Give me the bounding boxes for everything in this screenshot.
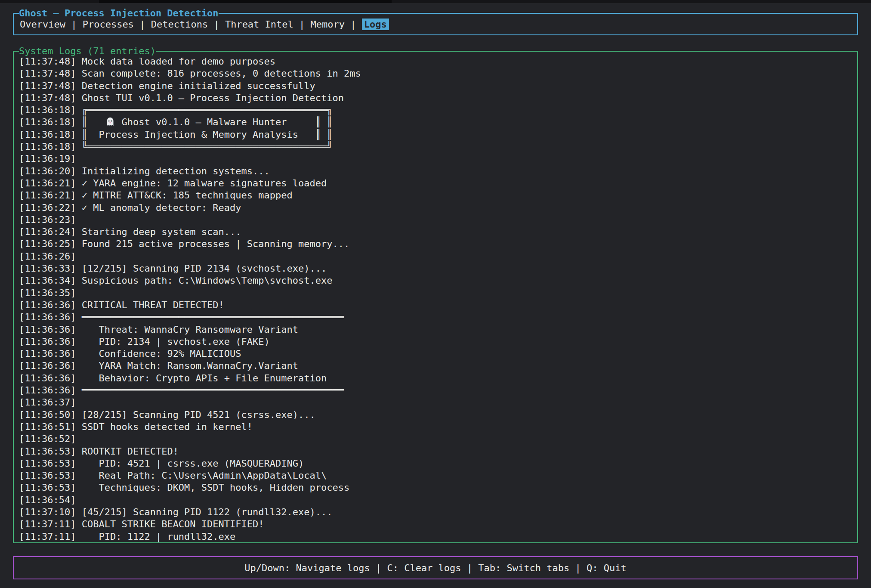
- log-timestamp: [11:36:53]: [19, 446, 82, 457]
- log-message: Behavior: Crypto APIs + File Enumeration: [82, 373, 327, 384]
- log-message: ROOTKIT DETECTED!: [82, 446, 179, 457]
- log-timestamp: [11:36:51]: [19, 421, 82, 432]
- log-timestamp: [11:36:18]: [19, 129, 82, 140]
- log-lines: [11:37:48] Mock data loaded for demo pur…: [14, 52, 857, 543]
- tab-separator: |: [134, 19, 151, 30]
- tab-memory[interactable]: Memory: [311, 19, 345, 30]
- log-entry: [11:36:22] ✓ ML anomaly detector: Ready: [19, 202, 857, 214]
- log-entry: [11:36:21] ✓ YARA engine: 12 malware sig…: [19, 177, 857, 189]
- log-message: Starting deep system scan...: [82, 226, 241, 237]
- log-timestamp: [11:36:34]: [19, 275, 82, 286]
- log-entry: [11:36:37]: [19, 396, 857, 409]
- log-message: Scan complete: 816 processes, 0 detectio…: [82, 68, 361, 79]
- log-message: YARA Match: Ransom.WannaCry.Variant: [82, 360, 298, 371]
- log-entry: [11:36:36] YARA Match: Ransom.WannaCry.V…: [19, 360, 857, 372]
- log-timestamp: [11:36:52]: [19, 433, 82, 444]
- screen-notch: [99, 0, 392, 3]
- log-entry: [11:36:52]: [19, 433, 857, 445]
- log-message: Ghost TUI v0.1.0 — Process Injection Det…: [82, 93, 344, 103]
- log-entry: [11:36:36] ═════════════════════════════…: [19, 311, 857, 323]
- tab-processes[interactable]: Processes: [83, 19, 134, 30]
- log-message: Suspicious path: C:\Windows\Temp\svchost…: [82, 275, 333, 286]
- log-timestamp: [11:36:36]: [19, 312, 82, 322]
- log-timestamp: [11:36:18]: [19, 105, 82, 115]
- log-timestamp: [11:36:36]: [19, 324, 82, 335]
- log-entry: [11:37:48] Scan complete: 816 processes,…: [19, 68, 857, 80]
- log-timestamp: [11:37:48]: [19, 93, 82, 103]
- log-timestamp: [11:36:22]: [19, 202, 82, 213]
- help-text: Up/Down: Navigate logs | C: Clear logs |…: [14, 557, 857, 579]
- log-timestamp: [11:36:26]: [19, 251, 82, 262]
- log-timestamp: [11:36:53]: [19, 470, 82, 481]
- log-message: COBALT STRIKE BEACON IDENTIFIED!: [82, 519, 264, 529]
- log-message: CRITICAL THREAT DETECTED!: [82, 300, 224, 310]
- log-entry: [11:36:36] Confidence: 92% MALICIOUS: [19, 348, 857, 360]
- log-entry: [11:36:36] ═════════════════════════════…: [19, 384, 857, 396]
- tab-detections[interactable]: Detections: [151, 19, 208, 30]
- log-entry: [11:36:21] ✓ MITRE ATT&CK: 185 technique…: [19, 189, 857, 201]
- log-message: ✓ MITRE ATT&CK: 185 techniques mapped: [82, 190, 293, 201]
- log-timestamp: [11:36:24]: [19, 226, 82, 237]
- log-entry: [11:36:53] Techniques: DKOM, SSDT hooks,…: [19, 482, 857, 494]
- log-entry: [11:36:18] ║ Ghost v0.1.0 — Malware Hunt…: [19, 116, 857, 128]
- log-timestamp: [11:36:33]: [19, 263, 82, 274]
- log-entry: [11:37:48] Ghost TUI v0.1.0 — Process In…: [19, 92, 857, 104]
- log-entry: [11:36:26]: [19, 251, 857, 263]
- log-message: ✓ ML anomaly detector: Ready: [82, 202, 241, 213]
- log-timestamp: [11:36:36]: [19, 360, 82, 371]
- log-message: PID: 2134 | svchost.exe (FAKE): [82, 336, 270, 347]
- log-message: SSDT hooks detected in kernel!: [82, 421, 253, 432]
- help-bar: Up/Down: Navigate logs | C: Clear logs |…: [13, 556, 858, 579]
- log-timestamp: [11:36:54]: [19, 495, 82, 505]
- screen-top-edge: [0, 0, 871, 3]
- log-message: ════════════════════════════════════════…: [82, 385, 344, 396]
- log-message: Mock data loaded for demo purposes: [82, 56, 275, 67]
- tab-logs[interactable]: Logs: [362, 19, 389, 30]
- log-message: Threat: WannaCry Ransomware Variant: [82, 324, 298, 335]
- log-entry: [11:36:50] [28/215] Scanning PID 4521 (c…: [19, 409, 857, 421]
- log-timestamp: [11:36:37]: [19, 397, 82, 408]
- log-message: Initializing detection systems...: [82, 166, 270, 176]
- log-message: PID: 1122 | rundll32.exe: [82, 531, 236, 542]
- log-timestamp: [11:36:20]: [19, 166, 82, 176]
- log-entry: [11:36:36] Threat: WannaCry Ransomware V…: [19, 324, 857, 336]
- log-entry: [11:37:10] [45/215] Scanning PID 1122 (r…: [19, 506, 857, 518]
- log-message: Techniques: DKOM, SSDT hooks, Hidden pro…: [82, 482, 350, 493]
- log-message: ╚═══════════════════════════════════════…: [82, 141, 333, 152]
- log-timestamp: [11:36:18]: [19, 141, 82, 152]
- log-entry: [11:36:53] Real Path: C:\Users\Admin\App…: [19, 470, 857, 482]
- log-message: [12/215] Scanning PID 2134 (svchost.exe)…: [82, 263, 327, 274]
- log-entry: [11:37:48] Detection engine initialized …: [19, 80, 857, 92]
- log-timestamp: [11:36:50]: [19, 409, 82, 420]
- log-timestamp: [11:37:48]: [19, 80, 82, 91]
- log-entry: [11:36:53] PID: 4521 | csrss.exe (MASQUE…: [19, 458, 857, 470]
- log-timestamp: [11:37:11]: [19, 519, 82, 529]
- tab-overview[interactable]: Overview: [20, 19, 65, 30]
- log-timestamp: [11:37:10]: [19, 507, 82, 517]
- log-entry: [11:36:20] Initializing detection system…: [19, 165, 857, 177]
- app-title: Ghost — Process Injection Detection: [19, 7, 219, 19]
- log-entry: [11:36:51] SSDT hooks detected in kernel…: [19, 421, 857, 433]
- logs-panel[interactable]: System Logs (71 entries) [11:37:48] Mock…: [13, 51, 858, 543]
- log-timestamp: [11:36:35]: [19, 288, 82, 298]
- log-entry: [11:37:11] COBALT STRIKE BEACON IDENTIFI…: [19, 518, 857, 530]
- tabs-panel: Ghost — Process Injection Detection Over…: [13, 13, 858, 35]
- log-timestamp: [11:36:53]: [19, 458, 82, 469]
- log-message: [28/215] Scanning PID 4521 (csrss.exe)..…: [82, 409, 315, 420]
- log-timestamp: [11:37:11]: [19, 531, 82, 542]
- log-entry: [11:36:24] Starting deep system scan...: [19, 226, 857, 238]
- log-entry: [11:36:36] Behavior: Crypto APIs + File …: [19, 372, 857, 384]
- log-entry: [11:36:54]: [19, 494, 857, 506]
- log-timestamp: [11:36:36]: [19, 385, 82, 396]
- log-entry: [11:36:19]: [19, 153, 857, 165]
- log-message: [45/215] Scanning PID 1122 (rundll32.exe…: [82, 507, 333, 517]
- log-timestamp: [11:36:36]: [19, 300, 82, 310]
- log-timestamp: [11:36:25]: [19, 238, 82, 249]
- log-entry: [11:36:25] Found 215 active processes | …: [19, 238, 857, 250]
- log-entry: [11:37:48] Mock data loaded for demo pur…: [19, 56, 857, 68]
- log-timestamp: [11:36:23]: [19, 214, 82, 225]
- log-entry: [11:36:18] ╔════════════════════════════…: [19, 104, 857, 116]
- tab-separator: |: [208, 19, 225, 30]
- tab-threat-intel[interactable]: Threat Intel: [225, 19, 293, 30]
- log-message: ✓ YARA engine: 12 malware signatures loa…: [82, 178, 327, 189]
